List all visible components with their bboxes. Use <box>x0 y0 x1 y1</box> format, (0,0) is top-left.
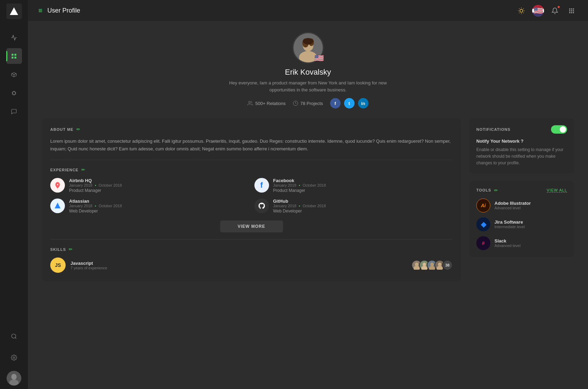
tools-label: TOOLS <box>476 188 491 192</box>
theme-icon[interactable] <box>515 5 527 17</box>
apps-icon[interactable] <box>566 5 578 17</box>
facebook-link[interactable]: f <box>330 98 341 109</box>
sidebar-item-chat[interactable] <box>6 104 22 119</box>
skill-item-javascript: JS Javascript 7 years of experience <box>50 257 453 273</box>
sidebar-item-settings[interactable] <box>6 350 22 365</box>
projects-stat: 78 Projects <box>293 100 323 106</box>
atlassian-company: Atlassian <box>69 199 122 204</box>
svg-point-21 <box>13 357 15 358</box>
experience-section-header: EXPERIENCE ✏ <box>50 167 453 172</box>
app-logo[interactable] <box>6 3 22 19</box>
illustrator-name: Adobe Illustrator <box>494 201 531 206</box>
menu-icon[interactable]: ≡ <box>38 7 43 15</box>
sidebar-item-dashboard[interactable] <box>6 48 22 64</box>
sidebar-bottom <box>6 328 22 386</box>
jira-level: Intermediate level <box>494 225 525 229</box>
svg-point-62 <box>438 263 441 267</box>
notifications-button[interactable] <box>549 5 561 17</box>
user-avatar-sidebar[interactable] <box>7 371 21 386</box>
facebook-info: Facebook January 2018 • October 2018 Pro… <box>273 178 326 193</box>
svg-rect-42 <box>573 12 574 13</box>
airbnb-logo <box>50 178 65 193</box>
sidebar-item-search[interactable] <box>6 328 22 344</box>
tool-item-jira: ◆ Jira Software Intermediate level <box>476 217 567 231</box>
javascript-name: Javascript <box>70 261 407 266</box>
sidebar <box>0 0 28 389</box>
linkedin-link[interactable]: in <box>358 98 369 109</box>
twitter-link[interactable]: t <box>344 98 355 109</box>
github-logo <box>254 199 269 213</box>
profile-header: 🇺🇸 Erik Kovalsky Hey everyone, Iam a pro… <box>42 32 574 109</box>
about-edit-icon[interactable]: ✏ <box>76 127 80 132</box>
facebook-company: Facebook <box>273 178 326 183</box>
side-cards: NOTIFICATIONS Notify Your Network ? Enab… <box>469 118 574 257</box>
svg-rect-4 <box>15 57 16 58</box>
svg-rect-37 <box>569 10 570 11</box>
main-card: ABOUT ME ✏ Lorem ipsum dolor sit amet, c… <box>42 118 461 281</box>
profile-avatar-wrapper: 🇺🇸 <box>292 32 324 63</box>
atlassian-dates: January 2018 • October 2018 <box>69 204 122 208</box>
experience-label: EXPERIENCE <box>50 168 79 172</box>
about-text: Lorem ipsum dolor sit amet, consectetur … <box>50 137 453 153</box>
view-more-button[interactable]: VIEW MORE <box>220 220 283 232</box>
divider-1 <box>50 160 453 160</box>
svg-line-33 <box>523 8 523 9</box>
svg-point-23 <box>11 374 16 380</box>
slack-info: Slack Advanced level <box>494 238 521 248</box>
divider-2 <box>50 239 453 240</box>
about-section-header: ABOUT ME ✏ <box>50 127 453 132</box>
notify-desc: Enable or disable this setting to manage… <box>476 147 567 167</box>
tools-header: TOOLS ✏ VIEW ALL <box>476 188 567 193</box>
sidebar-item-3d[interactable] <box>6 67 22 82</box>
skill-extra-count: 38 <box>442 260 453 270</box>
header: ≡ User Profile 🇺🇸 <box>28 0 588 22</box>
javascript-info: Javascript 7 years of experience <box>70 261 407 270</box>
svg-line-28 <box>519 8 520 9</box>
notifications-toggle[interactable] <box>551 125 567 134</box>
content-area: 🇺🇸 Erik Kovalsky Hey everyone, Iam a pro… <box>28 22 588 389</box>
airbnb-company: Airbnb HQ <box>69 178 122 183</box>
exp-item-facebook: f Facebook January 2018 • October 2018 P… <box>254 178 453 193</box>
svg-rect-40 <box>569 12 570 13</box>
sidebar-item-chip[interactable] <box>6 85 22 101</box>
tools-edit-icon[interactable]: ✏ <box>494 188 498 193</box>
skills-edit-icon[interactable]: ✏ <box>69 247 73 252</box>
svg-rect-1 <box>12 54 13 55</box>
tool-item-illustrator: Ai Adobe Illustrator Advanced level <box>476 199 567 212</box>
main-area: ≡ User Profile 🇺🇸 <box>28 0 588 389</box>
exp-item-github: GitHub January 2018 • October 2018 Web D… <box>254 199 453 214</box>
airbnb-dates: January 2018 • October 2018 <box>69 183 122 187</box>
illustrator-logo: Ai <box>476 199 490 212</box>
language-flag[interactable]: 🇺🇸 <box>532 5 544 17</box>
facebook-logo: f <box>254 178 269 193</box>
svg-line-32 <box>519 13 520 13</box>
atlassian-info: Atlassian January 2018 • October 2018 We… <box>69 199 122 214</box>
facebook-dates: January 2018 • October 2018 <box>273 183 326 187</box>
jira-info: Jira Software Intermediate level <box>494 219 525 229</box>
svg-rect-38 <box>571 10 572 11</box>
relations-stat: 500+ Relations <box>247 100 285 106</box>
svg-line-29 <box>523 13 523 13</box>
svg-point-19 <box>12 334 16 338</box>
svg-rect-35 <box>571 8 572 9</box>
svg-point-25 <box>520 9 523 12</box>
atlassian-logo <box>50 199 65 213</box>
profile-name: Erik Kovalsky <box>285 68 331 77</box>
facebook-role: Product Manager <box>273 188 326 193</box>
profile-stats: 500+ Relations 78 Projects f t in <box>247 98 368 109</box>
experience-edit-icon[interactable]: ✏ <box>81 167 85 172</box>
svg-rect-3 <box>12 57 13 58</box>
view-all-tools[interactable]: VIEW ALL <box>547 188 567 193</box>
svg-rect-34 <box>569 8 570 9</box>
svg-rect-39 <box>573 10 574 11</box>
github-company: GitHub <box>273 199 326 204</box>
header-actions: 🇺🇸 <box>515 5 578 17</box>
github-info: GitHub January 2018 • October 2018 Web D… <box>273 199 326 214</box>
notification-badge <box>557 6 560 8</box>
javascript-badge: JS <box>50 257 66 273</box>
notifications-label: NOTIFICATIONS <box>476 127 511 132</box>
slack-logo: # <box>476 236 490 250</box>
sidebar-item-activity[interactable] <box>6 30 22 45</box>
atlassian-role: Web Developer <box>69 209 122 214</box>
page-title: User Profile <box>47 7 515 14</box>
